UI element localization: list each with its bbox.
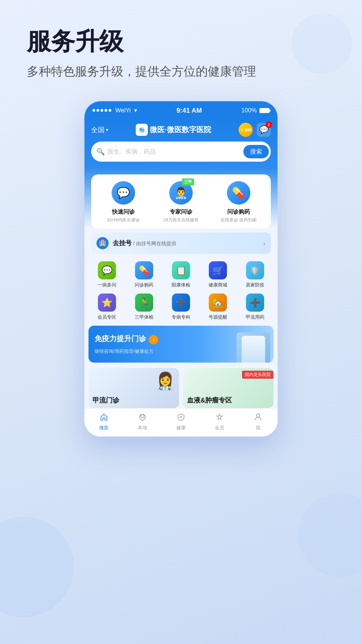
health-mall-label: 健康商城 — [208, 282, 227, 288]
registration-banner[interactable]: 🏥 去挂号 / 由挂号网在线提供 › — [91, 232, 271, 254]
app-content: 💬 快速问诊 3分钟内医生接诊 三甲 👨‍⚕️ 专家问诊 28万医生在线服务 — [84, 168, 278, 436]
nav-me[interactable]: 我 — [239, 413, 278, 431]
message-icon[interactable]: 💬 2 — [257, 123, 271, 137]
battery-percent: 100% — [241, 107, 257, 114]
location-button[interactable]: 全国 ▾ — [91, 125, 108, 135]
sign-in-badge[interactable]: 🌟 签到 — [239, 123, 253, 137]
service-fast-consult[interactable]: 💬 快速问诊 3分钟内医生接诊 — [95, 181, 152, 223]
app-logo: 微医·微医数字医院 — [136, 124, 211, 136]
page-title: 服务升级 — [27, 27, 335, 56]
status-bar: WeiYi ▾ 9:41 AM 100% — [84, 101, 278, 118]
icon-item-member-zone[interactable]: ⭐ 会员专区 — [88, 293, 125, 320]
carrier-label: WeiYi — [115, 107, 131, 114]
icon-item-sanjia-check[interactable]: 🏃 三甲体检 — [125, 293, 162, 320]
nav-home[interactable]: 微医 — [84, 413, 123, 431]
nav-member[interactable]: 会员 — [200, 413, 239, 431]
promo-banner[interactable]: 免疫力提升门诊 › 病情咨询/用药指导/健康处方 — [88, 326, 274, 363]
home-prevention-label: 居家防疫 — [246, 282, 264, 288]
flu-meds-icon: ➕ — [246, 293, 264, 312]
source-remind-label: 号源提醒 — [208, 314, 227, 320]
bottom-nav: 微医 本地 — [84, 408, 278, 436]
phone-mockup: WeiYi ▾ 9:41 AM 100% 全国 ▾ — [84, 101, 278, 437]
pharmacy-subtitle: 在线复诊 送药到家 — [221, 217, 257, 223]
search-placeholder: 医生、疾病、药品 — [108, 148, 243, 156]
icon-item-special-dept[interactable]: ➕ 专病专科 — [163, 293, 199, 320]
sign-in-icon: 🌟 — [240, 128, 245, 132]
svg-point-1 — [256, 414, 260, 417]
signal-dot-2 — [97, 109, 99, 112]
health-nav-icon — [177, 413, 185, 424]
nav-health[interactable]: 健康 — [162, 413, 200, 431]
search-bar[interactable]: 🔍 医生、疾病、药品 搜索 — [91, 142, 271, 162]
status-left: WeiYi ▾ — [93, 107, 137, 114]
battery-icon — [259, 108, 269, 113]
buy-meds-icon: 💊 — [135, 261, 153, 279]
home-prevention-icon: 🛡️ — [246, 261, 264, 279]
reg-subtitle: / 由挂号网在线提供 — [133, 240, 176, 246]
flu-meds-label: 甲流用药 — [246, 314, 264, 320]
service-expert-consult[interactable]: 三甲 👨‍⚕️ 专家问诊 28万医生在线服务 — [152, 181, 210, 223]
flu-clinic-label: 甲流门诊 — [93, 396, 119, 405]
multi-q-icon: 💬 — [98, 261, 116, 279]
sanjia-check-icon: 🏃 — [135, 293, 153, 312]
health-check-label: 阳康体检 — [172, 282, 190, 288]
doctor-figure — [242, 336, 265, 363]
signal-dot-1 — [93, 109, 95, 112]
services-area: 💬 快速问诊 3分钟内医生接诊 三甲 👨‍⚕️ 专家问诊 28万医生在线服务 — [84, 168, 278, 228]
deco-circle-3 — [292, 13, 352, 74]
source-remind-icon: 🏡 — [209, 293, 227, 312]
reg-text-wrap: 去挂号 / 由挂号网在线提供 — [113, 239, 263, 248]
bottom-cards: 👩‍⚕️ 甲流门诊 国内龙头医院 血液&肿瘤专区 — [84, 365, 278, 408]
home-nav-icon — [100, 413, 108, 424]
status-time: 9:41 AM — [177, 107, 202, 114]
phone-wrapper: WeiYi ▾ 9:41 AM 100% 全国 ▾ — [0, 94, 362, 437]
me-nav-icon — [254, 413, 262, 424]
reg-icon: 🏥 — [97, 237, 109, 249]
icon-item-home-prevention[interactable]: 🛡️ 居家防疫 — [237, 261, 274, 288]
member-zone-icon: ⭐ — [98, 293, 116, 312]
expert-consult-title: 专家问诊 — [170, 208, 192, 216]
blood-cancer-card[interactable]: 国内龙头医院 血液&肿瘤专区 — [183, 368, 274, 408]
promo-arrow-icon: › — [149, 335, 158, 344]
nav-local[interactable]: 本地 — [123, 413, 162, 431]
icon-item-source-remind[interactable]: 🏡 号源提醒 — [199, 293, 236, 320]
flu-clinic-face: 👩‍⚕️ — [155, 371, 176, 391]
signal-dot-4 — [105, 109, 107, 112]
expert-consult-icon-wrap: 三甲 👨‍⚕️ — [169, 181, 193, 205]
fast-consult-icon-wrap: 💬 — [112, 181, 135, 205]
health-check-icon: 📋 — [172, 261, 190, 279]
special-dept-label: 专病专科 — [172, 314, 190, 320]
flu-clinic-card[interactable]: 👩‍⚕️ 甲流门诊 — [88, 368, 179, 408]
member-nav-label: 会员 — [215, 425, 224, 431]
signal-dot-5 — [109, 109, 111, 112]
sanjia-badge: 三甲 — [182, 178, 194, 185]
wifi-icon: ▾ — [134, 107, 137, 114]
pharmacy-icon-wrap: 💊 — [227, 181, 250, 205]
home-nav-label: 微医 — [99, 425, 109, 431]
sanjia-check-label: 三甲体检 — [135, 314, 154, 320]
search-button[interactable]: 搜索 — [243, 145, 269, 158]
icon-item-flu-meds[interactable]: ➕ 甲流用药 — [237, 293, 274, 320]
reg-arrow-icon: › — [263, 239, 265, 247]
fast-consult-title: 快速问诊 — [112, 208, 135, 216]
header-icons: 🌟 签到 💬 2 — [239, 123, 271, 137]
icon-item-health-mall[interactable]: 🛒 健康商城 — [199, 261, 236, 288]
health-mall-icon: 🛒 — [209, 261, 227, 279]
quick-services-panel: 💬 快速问诊 3分钟内医生接诊 三甲 👨‍⚕️ 专家问诊 28万医生在线服务 — [91, 174, 271, 228]
special-dept-icon: ➕ — [172, 293, 190, 312]
local-nav-icon — [138, 413, 147, 424]
pharmacy-title: 问诊购药 — [227, 208, 250, 216]
icon-item-buy-meds[interactable]: 💊 问诊购药 — [125, 261, 162, 288]
icon-item-multi-q[interactable]: 💬 一病多问 — [88, 261, 125, 288]
service-consult-pharmacy[interactable]: 💊 问诊购药 在线复诊 送药到家 — [210, 181, 267, 223]
search-icon: 🔍 — [97, 148, 105, 156]
signal-dot-3 — [101, 109, 103, 112]
member-nav-icon — [215, 413, 224, 424]
fast-consult-subtitle: 3分钟内医生接诊 — [107, 217, 140, 223]
app-header: 全国 ▾ 微医·微医数字医院 🌟 — [84, 118, 278, 168]
pharmacy-icon: 💊 — [232, 186, 245, 199]
buy-meds-label: 问诊购药 — [135, 282, 154, 288]
signal-dots — [93, 109, 111, 112]
icon-item-health-check[interactable]: 📋 阳康体检 — [163, 261, 199, 288]
local-nav-label: 本地 — [138, 425, 147, 431]
